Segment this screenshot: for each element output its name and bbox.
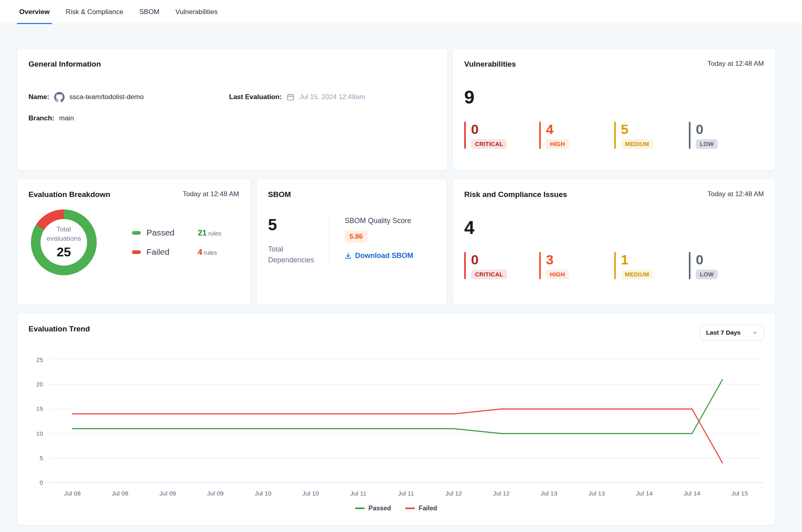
high-badge: HIGH <box>546 139 569 149</box>
date-range-select[interactable]: Last 7 Days <box>700 325 764 341</box>
medium-bar <box>614 122 616 149</box>
passed-label: Passed <box>146 228 198 238</box>
vulnerabilities-card: Vulnerabilities Today at 12:48 AM 9 0 CR… <box>453 48 776 171</box>
risk-high-block: 3 HIGH <box>539 252 614 279</box>
download-sbom-link[interactable]: Download SBOM <box>345 252 413 260</box>
passed-swatch-icon <box>132 231 141 235</box>
failed-count: 4 <box>198 248 202 256</box>
high-count: 3 <box>546 253 569 266</box>
low-badge: LOW <box>696 270 718 279</box>
critical-bar <box>464 122 466 149</box>
top-tab-bar: Overview Risk & Compliance SBOM Vulnerab… <box>0 0 802 24</box>
failed-swatch-icon <box>132 250 141 254</box>
download-sbom-label: Download SBOM <box>355 252 413 260</box>
date-range-value: Last 7 Days <box>706 329 741 336</box>
sbom-card: SBOM 5 Total Dependencies SBOM Quality S… <box>256 179 447 305</box>
evaluation-breakdown-card: Evaluation Breakdown Today at 12:48 AM T… <box>17 179 251 305</box>
low-badge: LOW <box>696 139 718 149</box>
calendar-icon <box>286 93 294 101</box>
tab-risk-compliance[interactable]: Risk & Compliance <box>66 0 124 24</box>
passed-count: 21 <box>198 228 207 237</box>
medium-count: 5 <box>621 122 654 136</box>
failed-legend-item: Failed <box>405 505 437 512</box>
svg-text:Jul 12: Jul 12 <box>445 490 462 497</box>
risk-compliance-timestamp: Today at 12:48 AM <box>707 190 764 198</box>
failed-line-swatch-icon <box>405 508 415 509</box>
medium-bar <box>614 252 616 279</box>
high-count: 4 <box>546 122 569 136</box>
evaluations-donut-chart: Total evaluations 25 <box>31 209 97 275</box>
risk-compliance-severity-row: 0 CRITICAL 3 HIGH 1 MEDIUM 0 LOW <box>464 252 764 279</box>
risk-critical-block: 0 CRITICAL <box>464 252 539 279</box>
vuln-medium-block: 5 MEDIUM <box>614 122 689 149</box>
vulnerabilities-severity-row: 0 CRITICAL 4 HIGH 5 MEDIUM 0 LOW <box>464 122 764 149</box>
evaluation-trend-line-chart: 0510152025Jul 08Jul 08Jul 09Jul 09Jul 10… <box>28 354 765 501</box>
low-count: 0 <box>696 253 718 266</box>
critical-badge: CRITICAL <box>471 270 507 279</box>
svg-text:Jul 13: Jul 13 <box>589 490 605 497</box>
risk-medium-block: 1 MEDIUM <box>614 252 689 279</box>
svg-text:Jul 10: Jul 10 <box>255 490 272 497</box>
branch-row: Branch: main <box>28 114 229 122</box>
low-count: 0 <box>696 122 718 136</box>
svg-text:Jul 11: Jul 11 <box>398 490 414 497</box>
svg-text:Jul 14: Jul 14 <box>684 490 700 497</box>
svg-text:Jul 14: Jul 14 <box>636 490 653 497</box>
critical-count: 0 <box>471 253 507 266</box>
branch-value: main <box>59 114 74 122</box>
sbom-quality-score-label: SBOM Quality Score <box>345 217 413 225</box>
github-icon <box>54 92 65 102</box>
svg-text:10: 10 <box>36 430 43 437</box>
svg-text:Jul 11: Jul 11 <box>350 490 366 497</box>
vuln-critical-block: 0 CRITICAL <box>464 122 539 149</box>
svg-text:Jul 15: Jul 15 <box>731 490 748 497</box>
critical-badge: CRITICAL <box>471 139 507 149</box>
tab-vulnerabilities[interactable]: Vulnerabilities <box>175 0 217 24</box>
vulnerabilities-timestamp: Today at 12:48 AM <box>707 60 764 68</box>
failed-label: Failed <box>146 247 198 257</box>
chevron-down-icon <box>752 330 758 336</box>
last-evaluation-value: Jul 15, 2024 12:48am <box>299 93 365 101</box>
download-icon <box>345 252 352 260</box>
evaluation-breakdown-title: Evaluation Breakdown <box>28 190 110 199</box>
svg-text:Jul 12: Jul 12 <box>493 490 510 497</box>
tab-sbom[interactable]: SBOM <box>139 0 159 24</box>
svg-text:15: 15 <box>36 405 43 412</box>
svg-text:Jul 08: Jul 08 <box>64 490 81 497</box>
sbom-title: SBOM <box>268 190 291 199</box>
critical-bar <box>464 252 466 279</box>
tab-overview[interactable]: Overview <box>19 0 50 24</box>
failed-unit: rules <box>204 249 217 256</box>
svg-text:Jul 10: Jul 10 <box>303 490 319 497</box>
vulnerabilities-title: Vulnerabilities <box>464 60 516 69</box>
svg-text:Jul 09: Jul 09 <box>159 490 176 497</box>
medium-badge: MEDIUM <box>621 139 654 149</box>
evaluation-trend-title: Evaluation Trend <box>28 325 90 333</box>
risk-low-block: 0 LOW <box>689 252 764 279</box>
high-badge: HIGH <box>546 270 569 279</box>
medium-badge: MEDIUM <box>621 270 654 279</box>
vulnerabilities-total: 9 <box>464 88 764 106</box>
svg-text:Jul 09: Jul 09 <box>207 490 223 497</box>
svg-text:0: 0 <box>40 479 43 486</box>
high-bar <box>539 252 541 279</box>
failed-legend-label: Failed <box>418 505 437 512</box>
name-label: Name: <box>28 93 49 101</box>
repo-name-value: ssca-team/todolist-demo <box>69 93 144 101</box>
risk-compliance-total: 4 <box>464 218 764 237</box>
failed-legend-row: Failed 4rules <box>132 247 221 257</box>
repo-name-row: Name: ssca-team/todolist-demo <box>28 92 229 102</box>
donut-center-label: Total evaluations <box>42 225 86 244</box>
evaluation-breakdown-legend: Passed 21rules Failed 4rules <box>132 228 221 257</box>
risk-compliance-title: Risk and Compliance Issues <box>464 190 567 199</box>
dashboard-content: General Information Name: ssca-team/todo… <box>0 48 802 526</box>
low-bar <box>689 252 690 279</box>
risk-compliance-card: Risk and Compliance Issues Today at 12:4… <box>453 179 776 305</box>
svg-text:5: 5 <box>40 455 43 461</box>
critical-count: 0 <box>471 122 507 136</box>
last-evaluation-row: Last Evaluation: Jul 15, 2024 12:48am <box>229 92 436 102</box>
svg-text:25: 25 <box>36 356 43 363</box>
passed-legend-row: Passed 21rules <box>132 228 221 238</box>
vuln-low-block: 0 LOW <box>689 122 764 149</box>
general-information-title: General Information <box>28 60 101 69</box>
